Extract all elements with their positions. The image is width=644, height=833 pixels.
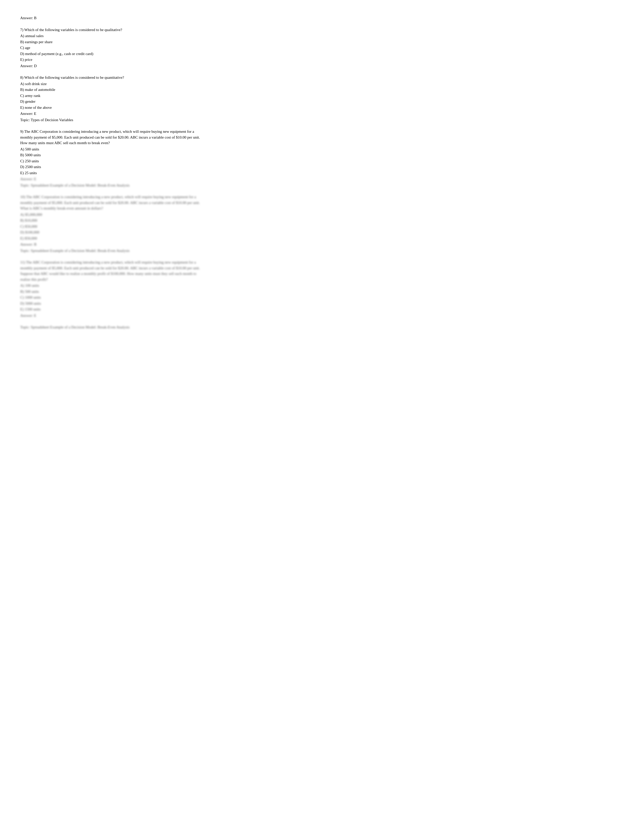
question-8-section: 8) Which of the following variables is c… [20,75,207,123]
q8-topic: Topic: Types of Decision Variables [20,117,207,123]
question-10-section: 10) The ABC Corporation is considering i… [20,194,207,253]
q7-option-c: C) age [20,45,207,51]
q10-answer: Answer: B [20,241,207,248]
q7-option-a: A) annual sales [20,33,207,39]
q10-option-b: B) $10,000 [20,217,207,224]
q11-option-b: B) 500 units [20,289,207,294]
question-9-section: 9) The ABC Corporation is considering in… [20,129,207,188]
q10-option-d: D) $100,000 [20,230,207,235]
footer-topic-section: Topic: Spreadsheet Example of a Decision… [20,324,207,330]
q8-answer: Answer: E [20,111,207,117]
q8-option-d: D) gender [20,99,207,105]
q11-option-a: A) 100 units [20,283,207,288]
question-7-section: 7) Which of the following variables is c… [20,27,207,69]
q9-answer: Answer: E [20,176,207,182]
q11-answer: Answer: E [20,313,207,318]
footer-topic-text: Topic: Spreadsheet Example of a Decision… [20,324,207,330]
q11-option-c: C) 1000 units [20,294,207,301]
q7-answer: Answer: D [20,63,207,69]
q11-option-d: D) 5000 units [20,301,207,306]
q10-topic: Topic: Spreadsheet Example of a Decision… [20,248,207,254]
answer-b-section: Answer: B [20,15,207,21]
question-7-text: 7) Which of the following variables is c… [20,27,207,33]
q10-option-a: A) $5,000,000 [20,212,207,217]
question-8-text: 8) Which of the following variables is c… [20,75,207,80]
q9-option-a: A) 500 units [20,146,207,152]
answer-b-text: Answer: B [20,15,207,21]
q10-option-e: E) $50,000 [20,235,207,241]
question-9-text: 9) The ABC Corporation is considering in… [20,129,207,146]
question-10-text: 10) The ABC Corporation is considering i… [20,194,207,211]
q9-option-d: D) 2500 units [20,164,207,170]
q9-option-c: C) 250 units [20,158,207,164]
q8-option-b: B) make of automobile [20,87,207,93]
q8-option-a: A) soft drink size [20,81,207,87]
question-11-text: 11) The ABC Corporation is considering i… [20,259,207,282]
q10-option-c: C) $50,000 [20,224,207,230]
q8-option-c: C) army rank [20,93,207,99]
question-11-section: 11) The ABC Corporation is considering i… [20,259,207,318]
q9-option-b: B) 5000 units [20,152,207,158]
q7-option-d: D) method of payment (e.g., cash or cred… [20,51,207,57]
q9-topic: Topic: Spreadsheet Example of a Decision… [20,182,207,188]
q7-option-b: B) earnings per share [20,39,207,45]
q11-option-e: E) 1500 units [20,306,207,312]
q9-option-e: E) 25 units [20,170,207,176]
q8-option-e: E) none of the above [20,105,207,111]
q7-option-e: E) price [20,57,207,63]
